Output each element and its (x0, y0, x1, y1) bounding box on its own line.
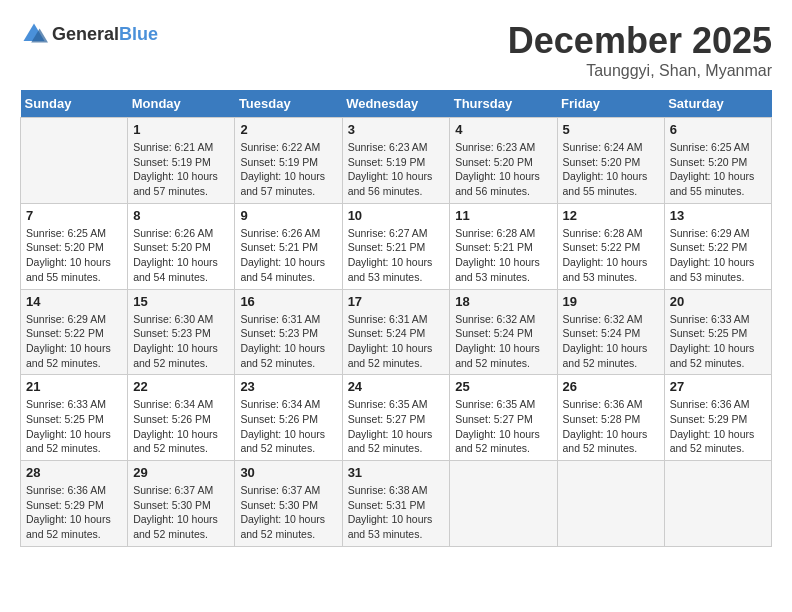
calendar-cell: 13 Sunrise: 6:29 AMSunset: 5:22 PMDaylig… (664, 203, 771, 289)
day-number: 23 (240, 379, 336, 394)
calendar-cell: 20 Sunrise: 6:33 AMSunset: 5:25 PMDaylig… (664, 289, 771, 375)
day-info: Sunrise: 6:26 AMSunset: 5:20 PMDaylight:… (133, 226, 229, 285)
day-number: 5 (563, 122, 659, 137)
day-number: 8 (133, 208, 229, 223)
calendar-header-tuesday: Tuesday (235, 90, 342, 118)
calendar-header-saturday: Saturday (664, 90, 771, 118)
page-subtitle: Taunggyi, Shan, Myanmar (508, 62, 772, 80)
day-info: Sunrise: 6:25 AMSunset: 5:20 PMDaylight:… (26, 226, 122, 285)
title-area: December 2025 Taunggyi, Shan, Myanmar (508, 20, 772, 80)
day-number: 11 (455, 208, 551, 223)
calendar-week-row: 21 Sunrise: 6:33 AMSunset: 5:25 PMDaylig… (21, 375, 772, 461)
day-number: 18 (455, 294, 551, 309)
calendar-cell: 25 Sunrise: 6:35 AMSunset: 5:27 PMDaylig… (450, 375, 557, 461)
calendar-cell: 12 Sunrise: 6:28 AMSunset: 5:22 PMDaylig… (557, 203, 664, 289)
calendar-cell: 1 Sunrise: 6:21 AMSunset: 5:19 PMDayligh… (128, 118, 235, 204)
calendar-cell: 11 Sunrise: 6:28 AMSunset: 5:21 PMDaylig… (450, 203, 557, 289)
calendar-table: SundayMondayTuesdayWednesdayThursdayFrid… (20, 90, 772, 547)
day-info: Sunrise: 6:25 AMSunset: 5:20 PMDaylight:… (670, 140, 766, 199)
day-number: 10 (348, 208, 445, 223)
day-number: 4 (455, 122, 551, 137)
day-number: 19 (563, 294, 659, 309)
calendar-week-row: 28 Sunrise: 6:36 AMSunset: 5:29 PMDaylig… (21, 461, 772, 547)
calendar-cell: 7 Sunrise: 6:25 AMSunset: 5:20 PMDayligh… (21, 203, 128, 289)
calendar-cell: 17 Sunrise: 6:31 AMSunset: 5:24 PMDaylig… (342, 289, 450, 375)
day-number: 21 (26, 379, 122, 394)
calendar-cell: 9 Sunrise: 6:26 AMSunset: 5:21 PMDayligh… (235, 203, 342, 289)
calendar-cell (557, 461, 664, 547)
day-number: 14 (26, 294, 122, 309)
calendar-cell: 30 Sunrise: 6:37 AMSunset: 5:30 PMDaylig… (235, 461, 342, 547)
day-number: 17 (348, 294, 445, 309)
day-number: 22 (133, 379, 229, 394)
day-info: Sunrise: 6:32 AMSunset: 5:24 PMDaylight:… (563, 312, 659, 371)
day-number: 15 (133, 294, 229, 309)
day-info: Sunrise: 6:30 AMSunset: 5:23 PMDaylight:… (133, 312, 229, 371)
day-info: Sunrise: 6:29 AMSunset: 5:22 PMDaylight:… (670, 226, 766, 285)
day-number: 20 (670, 294, 766, 309)
calendar-cell: 26 Sunrise: 6:36 AMSunset: 5:28 PMDaylig… (557, 375, 664, 461)
day-info: Sunrise: 6:28 AMSunset: 5:21 PMDaylight:… (455, 226, 551, 285)
calendar-cell: 27 Sunrise: 6:36 AMSunset: 5:29 PMDaylig… (664, 375, 771, 461)
calendar-cell: 2 Sunrise: 6:22 AMSunset: 5:19 PMDayligh… (235, 118, 342, 204)
calendar-cell: 6 Sunrise: 6:25 AMSunset: 5:20 PMDayligh… (664, 118, 771, 204)
calendar-week-row: 1 Sunrise: 6:21 AMSunset: 5:19 PMDayligh… (21, 118, 772, 204)
calendar-header-row: SundayMondayTuesdayWednesdayThursdayFrid… (21, 90, 772, 118)
calendar-cell: 14 Sunrise: 6:29 AMSunset: 5:22 PMDaylig… (21, 289, 128, 375)
day-info: Sunrise: 6:21 AMSunset: 5:19 PMDaylight:… (133, 140, 229, 199)
logo: GeneralBlue (20, 20, 158, 48)
calendar-cell: 18 Sunrise: 6:32 AMSunset: 5:24 PMDaylig… (450, 289, 557, 375)
calendar-cell (664, 461, 771, 547)
calendar-cell: 3 Sunrise: 6:23 AMSunset: 5:19 PMDayligh… (342, 118, 450, 204)
day-number: 27 (670, 379, 766, 394)
day-number: 3 (348, 122, 445, 137)
calendar-cell (21, 118, 128, 204)
calendar-cell: 31 Sunrise: 6:38 AMSunset: 5:31 PMDaylig… (342, 461, 450, 547)
calendar-cell: 22 Sunrise: 6:34 AMSunset: 5:26 PMDaylig… (128, 375, 235, 461)
day-info: Sunrise: 6:33 AMSunset: 5:25 PMDaylight:… (26, 397, 122, 456)
calendar-cell: 5 Sunrise: 6:24 AMSunset: 5:20 PMDayligh… (557, 118, 664, 204)
logo-icon (20, 20, 48, 48)
day-info: Sunrise: 6:31 AMSunset: 5:23 PMDaylight:… (240, 312, 336, 371)
day-number: 30 (240, 465, 336, 480)
day-number: 29 (133, 465, 229, 480)
calendar-header-sunday: Sunday (21, 90, 128, 118)
day-number: 28 (26, 465, 122, 480)
day-info: Sunrise: 6:37 AMSunset: 5:30 PMDaylight:… (133, 483, 229, 542)
day-info: Sunrise: 6:36 AMSunset: 5:29 PMDaylight:… (26, 483, 122, 542)
calendar-cell: 29 Sunrise: 6:37 AMSunset: 5:30 PMDaylig… (128, 461, 235, 547)
calendar-header-wednesday: Wednesday (342, 90, 450, 118)
day-info: Sunrise: 6:36 AMSunset: 5:29 PMDaylight:… (670, 397, 766, 456)
day-info: Sunrise: 6:35 AMSunset: 5:27 PMDaylight:… (455, 397, 551, 456)
day-info: Sunrise: 6:33 AMSunset: 5:25 PMDaylight:… (670, 312, 766, 371)
day-info: Sunrise: 6:27 AMSunset: 5:21 PMDaylight:… (348, 226, 445, 285)
day-number: 31 (348, 465, 445, 480)
page-title: December 2025 (508, 20, 772, 62)
day-number: 6 (670, 122, 766, 137)
logo-general: General (52, 24, 119, 44)
day-info: Sunrise: 6:23 AMSunset: 5:20 PMDaylight:… (455, 140, 551, 199)
day-number: 9 (240, 208, 336, 223)
day-info: Sunrise: 6:35 AMSunset: 5:27 PMDaylight:… (348, 397, 445, 456)
calendar-header-thursday: Thursday (450, 90, 557, 118)
calendar-cell: 19 Sunrise: 6:32 AMSunset: 5:24 PMDaylig… (557, 289, 664, 375)
calendar-cell: 4 Sunrise: 6:23 AMSunset: 5:20 PMDayligh… (450, 118, 557, 204)
day-number: 1 (133, 122, 229, 137)
day-info: Sunrise: 6:23 AMSunset: 5:19 PMDaylight:… (348, 140, 445, 199)
day-info: Sunrise: 6:31 AMSunset: 5:24 PMDaylight:… (348, 312, 445, 371)
day-number: 25 (455, 379, 551, 394)
calendar-cell: 10 Sunrise: 6:27 AMSunset: 5:21 PMDaylig… (342, 203, 450, 289)
day-info: Sunrise: 6:32 AMSunset: 5:24 PMDaylight:… (455, 312, 551, 371)
day-info: Sunrise: 6:24 AMSunset: 5:20 PMDaylight:… (563, 140, 659, 199)
day-info: Sunrise: 6:29 AMSunset: 5:22 PMDaylight:… (26, 312, 122, 371)
calendar-cell: 16 Sunrise: 6:31 AMSunset: 5:23 PMDaylig… (235, 289, 342, 375)
calendar-cell: 21 Sunrise: 6:33 AMSunset: 5:25 PMDaylig… (21, 375, 128, 461)
header: GeneralBlue December 2025 Taunggyi, Shan… (20, 20, 772, 80)
day-number: 13 (670, 208, 766, 223)
day-number: 16 (240, 294, 336, 309)
day-number: 26 (563, 379, 659, 394)
calendar-cell: 23 Sunrise: 6:34 AMSunset: 5:26 PMDaylig… (235, 375, 342, 461)
day-info: Sunrise: 6:34 AMSunset: 5:26 PMDaylight:… (133, 397, 229, 456)
day-info: Sunrise: 6:37 AMSunset: 5:30 PMDaylight:… (240, 483, 336, 542)
day-number: 12 (563, 208, 659, 223)
